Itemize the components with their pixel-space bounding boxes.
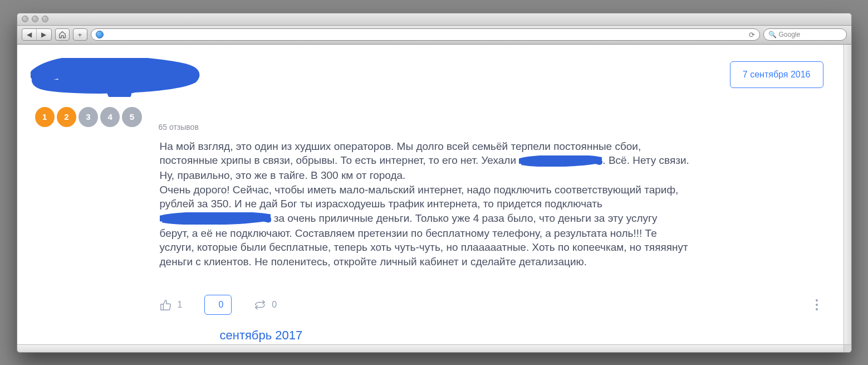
globe-icon (96, 31, 104, 38)
browser-window: ◀ ▶ + ⟳ 🔍 Google 7 сентября 2016 (17, 13, 852, 353)
back-button[interactable]: ◀ (22, 29, 37, 40)
thumbs-up-icon (160, 299, 172, 311)
rating-2[interactable]: 2 (57, 107, 76, 127)
rating-5[interactable]: 5 (122, 107, 141, 127)
share-button[interactable]: 0 (254, 299, 277, 311)
review-count: 65 отзывов (159, 123, 823, 132)
reload-icon[interactable]: ⟳ (749, 31, 755, 39)
redacted-inline-1 (519, 154, 602, 168)
rating-1[interactable]: 1 (35, 107, 55, 127)
horizontal-scrollbar[interactable] (17, 344, 844, 352)
forward-button[interactable]: ▶ (37, 29, 51, 40)
window-zoom-button[interactable] (42, 16, 48, 22)
browser-toolbar: ◀ ▶ + ⟳ 🔍 Google (17, 26, 851, 45)
comment-button[interactable]: 0 (204, 295, 232, 315)
review-card: 7 сентября 2016 1 2 3 4 5 (17, 45, 851, 352)
address-bar[interactable]: ⟳ (91, 28, 760, 41)
home-button[interactable] (55, 28, 70, 41)
search-icon: 🔍 (768, 31, 777, 38)
share-icon (254, 299, 266, 311)
share-count: 0 (272, 300, 277, 310)
rating: 1 2 3 4 5 (35, 107, 142, 127)
more-options-button[interactable] (816, 299, 818, 310)
review-body: На мой взгляд, это один из худших операт… (160, 139, 690, 269)
review-actions: 1 0 0 (160, 295, 823, 315)
like-button[interactable]: 1 (160, 299, 183, 311)
redacted-inline-2 (160, 212, 271, 226)
rating-4[interactable]: 4 (100, 107, 120, 127)
window-close-button[interactable] (22, 16, 28, 22)
page-content: 7 сентября 2016 1 2 3 4 5 (17, 45, 851, 352)
window-minimize-button[interactable] (32, 16, 38, 22)
scroll-corner (844, 344, 851, 352)
vertical-scrollbar[interactable] (844, 45, 851, 344)
search-box[interactable]: 🔍 Google (763, 28, 847, 41)
add-tab-button[interactable]: + (73, 28, 87, 41)
titlebar (17, 13, 851, 26)
rating-3[interactable]: 3 (79, 107, 98, 127)
comment-count: 0 (218, 300, 223, 310)
month-heading: сентябрь 2017 (220, 328, 823, 343)
review-date: 7 сентября 2016 (730, 61, 823, 88)
redacted-author-name (31, 58, 203, 97)
search-placeholder: Google (779, 31, 801, 38)
review-text-3: Очень дорого! Сейчас, чтобы иметь мало-м… (160, 184, 679, 210)
like-count: 1 (178, 300, 183, 310)
nav-buttons: ◀ ▶ (22, 28, 52, 41)
